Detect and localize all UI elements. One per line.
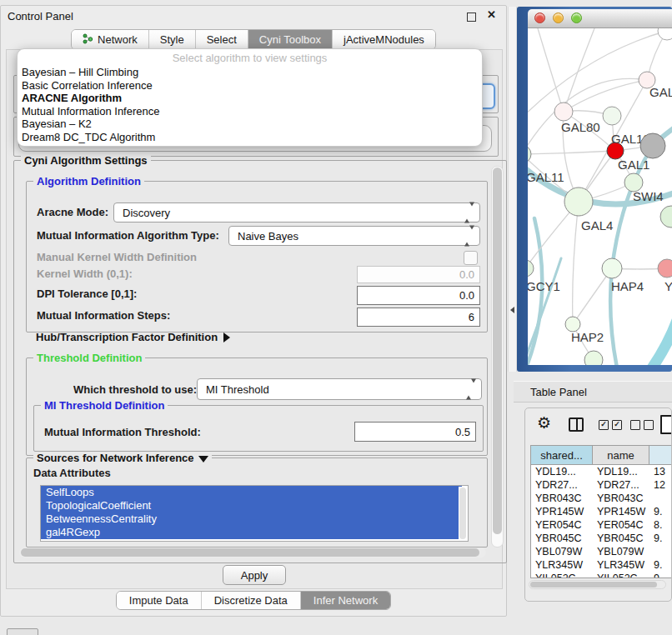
minimize-traffic-light[interactable] [553, 12, 564, 23]
export-table-icon[interactable] [660, 415, 672, 434]
table-cell[interactable]: YLR345W [531, 558, 593, 572]
settings-vertical-scrollbar[interactable] [491, 166, 504, 548]
network-node-gal4[interactable] [564, 188, 593, 216]
column-header[interactable]: shared... [531, 446, 593, 464]
table-row[interactable]: YER054CYER054C8. [531, 518, 672, 532]
bottom-partial-button[interactable] [7, 628, 38, 635]
mi-threshold-input[interactable]: 0.5 [354, 422, 476, 442]
table-cell[interactable]: 12 [649, 478, 672, 492]
column-header[interactable]: name [593, 446, 649, 464]
tab-select[interactable]: Select [195, 30, 248, 49]
tab-impute-data[interactable]: Impute Data [117, 592, 201, 609]
network-node-hap4[interactable] [602, 258, 622, 278]
which-threshold-select[interactable]: MI Threshold [197, 378, 482, 400]
tab-style[interactable]: Style [148, 30, 195, 49]
settings-gear-icon[interactable]: ⚙ [537, 415, 551, 432]
network-node-y[interactable] [658, 259, 672, 278]
hub-definition-expander[interactable]: Hub/Transcription Factor Definition [36, 331, 230, 343]
algorithm-option[interactable]: Bayesian – Hill Climbing [18, 66, 482, 79]
algorithm-option[interactable]: Bayesian – K2 [18, 118, 482, 131]
collapse-arrow-icon[interactable] [198, 456, 208, 462]
table-row[interactable]: YBR045CYBR045C9. [531, 532, 672, 545]
network-window-titlebar[interactable] [528, 9, 672, 28]
network-node[interactable] [660, 206, 672, 228]
table-cell[interactable]: 9. [649, 532, 672, 545]
table-cell[interactable]: 9. [649, 505, 672, 518]
table-row[interactable]: YDL19...YDL19...13 [531, 465, 672, 478]
dpi-tolerance-input[interactable]: 0.0 [357, 286, 480, 305]
table-cell[interactable]: 13 [649, 465, 672, 478]
mi-type-select[interactable]: Naive Bayes [228, 226, 480, 246]
tab-infer-network[interactable]: Infer Network [300, 592, 390, 609]
manual-kernel-checkbox[interactable] [464, 251, 478, 265]
table-cell[interactable]: YER054C [531, 518, 593, 532]
tab-network[interactable]: Network [72, 30, 148, 49]
network-node[interactable] [640, 133, 665, 158]
table-cell[interactable]: YDL19... [531, 465, 593, 478]
algorithm-option[interactable]: Basic Correlation Inference [18, 79, 482, 92]
table-cell[interactable]: YER054C [593, 518, 649, 532]
hide-columns-icon[interactable] [630, 420, 654, 430]
network-node-gal10[interactable] [603, 107, 621, 125]
data-attributes-list[interactable]: SelfLoopsTopologicalCoefficientBetweenne… [40, 485, 469, 542]
settings-horizontal-scrollbar[interactable] [19, 548, 486, 558]
panel-splitter[interactable] [508, 7, 517, 372]
attribute-list-item[interactable]: TopologicalCoefficient [41, 499, 462, 512]
scrollbar-thumb[interactable] [459, 488, 466, 539]
network-node-gcy1[interactable] [528, 260, 534, 277]
scrollbar-thumb[interactable] [493, 168, 502, 534]
table-row[interactable]: YIL052CYIL052C9. [531, 572, 672, 578]
table-cell[interactable]: YIL052C [531, 572, 593, 578]
table-cell[interactable]: YIL052C [593, 572, 649, 578]
column-header[interactable] [649, 446, 672, 464]
network-node[interactable] [584, 351, 603, 365]
attribute-list-item[interactable]: gal4RGexp [41, 526, 462, 539]
table-cell[interactable]: YBR043C [593, 492, 649, 505]
table-cell[interactable]: 8. [649, 518, 672, 532]
table-cell[interactable]: 9. [649, 558, 672, 572]
table-row[interactable]: YPR145WYPR145W9. [531, 505, 672, 518]
table-cell[interactable]: YBR045C [531, 532, 593, 545]
attribute-list-item[interactable]: BetweennessCentrality [41, 512, 462, 526]
table-cell[interactable]: YBR045C [593, 532, 649, 545]
table-horizontal-scrollbar[interactable] [529, 580, 666, 589]
network-node-gal1[interactable] [607, 142, 624, 159]
close-icon[interactable]: ✕ [487, 8, 496, 21]
list-scrollbar[interactable] [459, 487, 467, 540]
expand-arrow-icon[interactable] [223, 332, 230, 342]
network-node[interactable] [658, 28, 672, 40]
aracne-mode-select[interactable]: Discovery [113, 202, 480, 222]
kernel-width-input[interactable]: 0.0 [357, 266, 480, 283]
table-row[interactable]: YDR27...YDR27...12 [531, 478, 672, 492]
close-traffic-light[interactable] [534, 12, 545, 23]
tab-cyni-toolbox[interactable]: Cyni Toolbox [248, 30, 332, 49]
table-row[interactable]: YBR043CYBR043C [531, 492, 672, 505]
apply-button[interactable]: Apply [223, 565, 286, 585]
table-cell[interactable]: YDL19... [593, 465, 649, 478]
collapse-panel-arrow-icon[interactable] [510, 307, 514, 313]
table-cell[interactable]: YBR043C [531, 492, 593, 505]
zoom-traffic-light[interactable] [571, 12, 582, 23]
table-cell[interactable]: YPR145W [593, 505, 649, 518]
table-cell[interactable]: YBL079W [593, 545, 649, 558]
scrollbar-thumb[interactable] [21, 548, 479, 557]
table-cell[interactable]: YPR145W [531, 505, 593, 518]
table-cell[interactable]: YDR27... [531, 478, 593, 492]
attribute-list-item[interactable]: SelfLoops [41, 486, 462, 499]
table-row[interactable]: YLR345WYLR345W9. [531, 558, 672, 572]
table-row[interactable]: YBL079WYBL079W [531, 545, 672, 558]
algorithm-option[interactable]: Dream8 DC_TDC Algorithm [18, 131, 482, 144]
algorithm-option[interactable]: ARACNE Algorithm [18, 92, 482, 105]
algorithm-option[interactable]: Mutual Information Inference [18, 105, 482, 118]
table-cell[interactable]: YLR345W [593, 558, 649, 572]
tab-discretize-data[interactable]: Discretize Data [201, 592, 300, 609]
float-icon[interactable] [467, 12, 476, 22]
network-canvas-container[interactable]: GALGAL80GAL10GAL1GAL11SWI4GAL4GCY1HAP4YH… [528, 28, 672, 365]
table-cell[interactable]: YBL079W [531, 545, 593, 558]
scrollbar-thumb[interactable] [530, 582, 657, 588]
table-cell[interactable] [649, 545, 672, 558]
tab-jactivemnodules[interactable]: jActiveMNodules [332, 30, 435, 49]
mi-steps-input[interactable]: 6 [357, 308, 480, 327]
column-layout-icon[interactable] [569, 418, 584, 432]
table-cell[interactable]: YDR27... [593, 478, 649, 492]
